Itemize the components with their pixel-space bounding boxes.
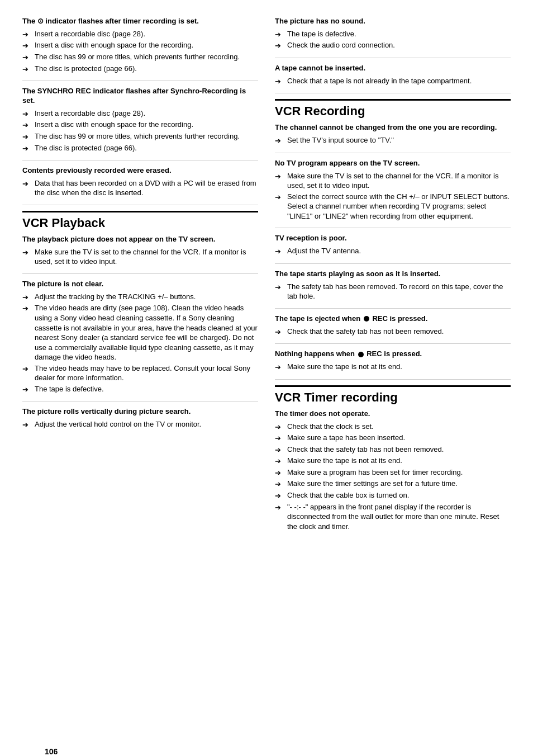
heading-picture-rolls: The picture rolls vertically during pict… [22, 407, 258, 417]
bullet-text: The disc is protected (page 66). [35, 64, 258, 74]
list-item: ➔Check that a tape is not already in the… [275, 76, 511, 87]
bullet-text: Insert a recordable disc (page 28). [35, 29, 258, 39]
list-item: ➔The video heads are dirty (see page 108… [22, 303, 258, 362]
bullets-picture-not-clear: ➔Adjust the tracking by the TRACKING +/–… [22, 292, 258, 394]
section-no-tv-program: No TV program appears on the TV screen. … [275, 159, 511, 229]
bullets-tape-ejected: ➔Check that the safety tab has not been … [275, 327, 511, 337]
bullet-text: The video heads may have to be replaced.… [35, 363, 258, 383]
section-synchro-rec: The SYNCHRO REC indicator flashes after … [22, 87, 258, 160]
bullets-synchro-rec: ➔Insert a recordable disc (page 28). ➔In… [22, 108, 258, 153]
list-item: ➔Check that the clock is set. [275, 422, 511, 432]
list-item: ➔Check that the safety tab has not been … [275, 445, 511, 455]
bullet-text: Check the audio cord connection. [287, 40, 511, 50]
list-item: ➔Make sure the tape is not at its end. [275, 362, 511, 372]
bullets-channel-cannot-change: ➔Set the TV's input source to "TV." [275, 135, 511, 146]
section-picture-rolls: The picture rolls vertically during pict… [22, 407, 258, 436]
list-item: ➔Make sure a program has been set for ti… [275, 467, 511, 478]
arrow-icon: ➔ [275, 362, 285, 372]
bullets-timer-not-operate: ➔Check that the clock is set. ➔Make sure… [275, 422, 511, 531]
list-item: ➔Make sure a tape has been inserted. [275, 433, 511, 443]
bullets-contents-erased: ➔Data that has been recorded on a DVD wi… [22, 178, 258, 198]
list-item: ➔Check the audio cord connection. [275, 40, 511, 51]
heading-picture-not-clear: The picture is not clear. [22, 280, 258, 289]
list-item: ➔Adjust the vertical hold control on the… [22, 419, 258, 430]
bullet-text: The disc is protected (page 66). [35, 143, 258, 153]
arrow-icon: ➔ [22, 109, 32, 119]
vcr-playback-heading: VCR Playback [22, 211, 258, 230]
bullet-text: Check that a tape is not already in the … [287, 76, 511, 86]
bullet-text: Check that the clock is set. [287, 422, 511, 432]
list-item: ➔The disc has 99 or more titles, which p… [22, 52, 258, 63]
arrow-icon: ➔ [275, 30, 285, 40]
list-item: ➔The tape is defective. [275, 29, 511, 40]
vcr-recording-heading: VCR Recording [275, 99, 511, 119]
arrow-icon: ➔ [275, 77, 285, 87]
arrow-icon: ➔ [275, 192, 285, 202]
arrow-icon: ➔ [22, 292, 32, 303]
arrow-icon: ➔ [275, 456, 285, 466]
bullets-nothing-happens: ➔Make sure the tape is not at its end. [275, 362, 511, 372]
heading-tape-not-inserted: A tape cannot be inserted. [275, 64, 511, 73]
list-item: ➔Check that the safety tab has not been … [275, 327, 511, 337]
arrow-icon: ➔ [275, 41, 285, 51]
arrow-icon: ➔ [22, 120, 32, 130]
arrow-icon: ➔ [275, 479, 285, 489]
bullet-text: Adjust the vertical hold control on the … [35, 419, 258, 429]
list-item: ➔Adjust the TV antenna. [275, 246, 511, 257]
heading-no-sound: The picture has no sound. [275, 17, 511, 26]
arrow-icon: ➔ [22, 385, 32, 395]
bullet-text: The video heads are dirty (see page 108)… [35, 303, 258, 362]
heading-tape-ejected: The tape is ejected when REC is pressed. [275, 314, 511, 324]
arrow-icon: ➔ [275, 136, 285, 146]
list-item: ➔The video heads may have to be replaced… [22, 363, 258, 383]
bullet-text: The disc has 99 or more titles, which pr… [35, 131, 258, 141]
arrow-icon: ➔ [22, 304, 32, 314]
heading-synchro-rec: The SYNCHRO REC indicator flashes after … [22, 87, 258, 106]
arrow-icon: ➔ [275, 491, 285, 501]
list-item: ➔Select the correct source with the CH +… [275, 192, 511, 221]
bullet-text: Adjust the TV antenna. [287, 246, 511, 256]
section-tv-reception-poor: TV reception is poor. ➔Adjust the TV ant… [275, 234, 511, 263]
bullet-text: Set the TV's input source to "TV." [287, 135, 511, 145]
list-item: ➔Make sure the TV is set to the channel … [22, 247, 258, 267]
bullet-text: Insert a disc with enough space for the … [35, 40, 258, 50]
list-item: ➔The disc is protected (page 66). [22, 143, 258, 154]
bullet-text: Check that the safety tab has not been r… [287, 327, 511, 337]
bullet-text: Make sure a program has been set for tim… [287, 467, 511, 478]
bullet-text: Make sure the tape is not at its end. [287, 456, 511, 466]
section-playback-not-appear: The playback picture does not appear on … [22, 235, 258, 274]
section-channel-cannot-change: The channel cannot be changed from the o… [275, 123, 511, 153]
arrow-icon: ➔ [22, 248, 32, 258]
bullet-text: The disc has 99 or more titles, which pr… [35, 52, 258, 62]
list-item: ➔Adjust the tracking by the TRACKING +/–… [22, 292, 258, 303]
list-item: ➔The safety tab has been removed. To rec… [275, 282, 511, 301]
circle-symbol: ⊙ [37, 17, 44, 25]
bullets-playback-not-appear: ➔Make sure the TV is set to the channel … [22, 247, 258, 267]
bullets-tape-starts-playing: ➔The safety tab has been removed. To rec… [275, 282, 511, 301]
arrow-icon: ➔ [22, 53, 32, 63]
arrow-icon: ➔ [22, 179, 32, 189]
bullet-text: "- -:- -" appears in the front panel dis… [287, 502, 511, 532]
section-nothing-happens: Nothing happens when REC is pressed. ➔Ma… [275, 349, 511, 379]
page-wrapper: The ⊙ indicator flashes after timer reco… [22, 17, 511, 756]
list-item: ➔The disc is protected (page 66). [22, 64, 258, 74]
bullet-text: Make sure a tape has been inserted. [287, 433, 511, 443]
section-picture-not-clear: The picture is not clear. ➔Adjust the tr… [22, 280, 258, 401]
page-number: 106 [45, 747, 58, 756]
bullet-text: The safety tab has been removed. To reco… [287, 282, 511, 301]
bullets-indicator-flashes: ➔Insert a recordable disc (page 28). ➔In… [22, 29, 258, 74]
list-item: ➔Make sure the TV is set to the channel … [275, 171, 511, 191]
arrow-icon: ➔ [275, 503, 285, 513]
bullet-text: Data that has been recorded on a DVD wit… [35, 178, 258, 198]
dot-symbol [364, 316, 369, 322]
list-item: ➔Insert a disc with enough space for the… [22, 120, 258, 130]
bullets-picture-rolls: ➔Adjust the vertical hold control on the… [22, 419, 258, 430]
list-item: ➔Set the TV's input source to "TV." [275, 135, 511, 146]
bullets-no-tv-program: ➔Make sure the TV is set to the channel … [275, 171, 511, 221]
section-tape-not-inserted: A tape cannot be inserted. ➔Check that a… [275, 64, 511, 93]
bullets-tape-not-inserted: ➔Check that a tape is not already in the… [275, 76, 511, 87]
arrow-icon: ➔ [22, 144, 32, 154]
heading-no-tv-program: No TV program appears on the TV screen. [275, 159, 511, 168]
section-contents-erased: Contents previously recorded were erased… [22, 166, 258, 205]
heading-nothing-happens: Nothing happens when REC is pressed. [275, 349, 511, 359]
